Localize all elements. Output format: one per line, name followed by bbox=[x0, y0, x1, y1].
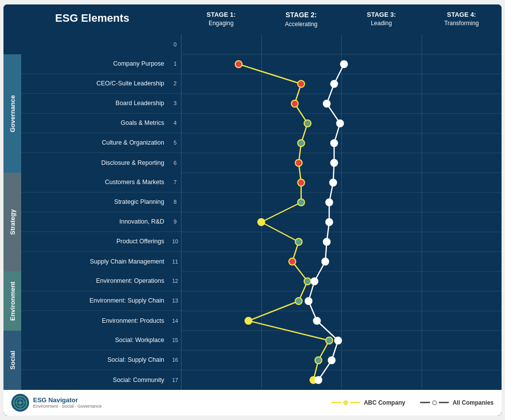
row-16: Social: Supply Chain 16 bbox=[21, 350, 181, 370]
all-dot-2 bbox=[331, 80, 338, 87]
environment-rows: Environment: Operations 12 Environment: … bbox=[21, 271, 181, 331]
all-dot-5 bbox=[331, 140, 338, 147]
abc-dot-11 bbox=[289, 258, 296, 265]
logo-title: ESG Navigator bbox=[33, 396, 102, 404]
logo-text-area: ESG Navigator Environment · Social · Gov… bbox=[33, 396, 102, 409]
chart-container: ESG Elements STAGE 1: Engaging STAGE 2: … bbox=[3, 4, 502, 415]
governance-block: Governance Company Purpose 1 CEO/C-Suite… bbox=[3, 54, 181, 173]
logo-icon bbox=[11, 394, 29, 412]
abc-dot-16 bbox=[315, 357, 322, 364]
esg-title: ESG Elements bbox=[55, 12, 129, 25]
governance-rows: Company Purpose 1 CEO/C-Suite Leadership… bbox=[21, 54, 181, 173]
abc-dot-13 bbox=[295, 298, 302, 305]
abc-dot-8 bbox=[298, 199, 305, 206]
row-15: Social: Workplace 15 bbox=[21, 331, 181, 350]
row-2: CEO/C-Suite Leadership 2 bbox=[21, 74, 181, 94]
all-dot-13 bbox=[305, 298, 312, 305]
all-dot-1 bbox=[341, 61, 348, 68]
stage-3-header: STAGE 3: Leading bbox=[341, 10, 422, 28]
row-8: Strategic Planning 8 bbox=[21, 192, 181, 212]
all-dot-15 bbox=[335, 337, 342, 344]
strategy-block: Strategy Customers & Markets 7 Strategic… bbox=[3, 173, 181, 271]
abc-dot-9 bbox=[258, 219, 265, 226]
all-dot-17 bbox=[315, 377, 322, 383]
stage-1-header: STAGE 1: Engaging bbox=[181, 10, 261, 28]
all-dot-16 bbox=[328, 357, 335, 364]
all-dot-11 bbox=[322, 258, 329, 265]
row-9: Innovation, R&D 9 bbox=[21, 212, 181, 232]
abc-dot-14 bbox=[245, 317, 252, 324]
row-11: Supply Chain Management 11 bbox=[21, 252, 181, 271]
abc-dot-7 bbox=[298, 179, 305, 186]
abc-dot-4 bbox=[304, 120, 311, 127]
abc-dot-15 bbox=[326, 337, 333, 344]
abc-dot-5 bbox=[298, 140, 305, 147]
social-label: Social bbox=[3, 331, 21, 390]
governance-label: Governance bbox=[3, 54, 21, 173]
main-content: 0 Governance Company Purpose 1 CEO/C-Sui… bbox=[3, 35, 502, 390]
row-3: Board Leadership 3 bbox=[21, 94, 181, 114]
legend: ABC Company All Companies bbox=[331, 399, 494, 406]
row-17: Social: Community 17 bbox=[21, 370, 181, 390]
all-dot-3 bbox=[324, 100, 330, 107]
row-10: Product Offerings 10 bbox=[21, 232, 181, 252]
all-dot-12 bbox=[311, 278, 318, 285]
abc-dot-10 bbox=[295, 238, 302, 245]
abc-dot-12 bbox=[304, 278, 311, 285]
abc-dot-6 bbox=[295, 159, 302, 166]
all-dot-6 bbox=[331, 159, 338, 166]
logo-area: ESG Navigator Environment · Social · Gov… bbox=[11, 394, 102, 412]
legend-abc: ABC Company bbox=[331, 399, 405, 406]
abc-company-line bbox=[239, 64, 329, 380]
row-7: Customers & Markets 7 bbox=[21, 173, 181, 192]
all-dot-8 bbox=[326, 199, 333, 206]
all-dot-7 bbox=[330, 179, 337, 186]
left-labels: 0 Governance Company Purpose 1 CEO/C-Sui… bbox=[3, 35, 181, 390]
abc-dot-3 bbox=[291, 100, 298, 107]
strategy-label: Strategy bbox=[3, 173, 21, 271]
legend-all: All Companies bbox=[420, 399, 494, 406]
social-rows: Social: Workplace 15 Social: Supply Chai… bbox=[21, 331, 181, 390]
row-6: Disclosure & Reporting 6 bbox=[21, 153, 181, 173]
all-dot-9 bbox=[326, 219, 333, 226]
footer: ESG Navigator Environment · Social · Gov… bbox=[3, 390, 502, 416]
all-dot-4 bbox=[337, 120, 344, 127]
stage-2-header: STAGE 2: Accelerating bbox=[261, 10, 342, 28]
row-4: Goals & Metrics 4 bbox=[21, 114, 181, 133]
all-dot-10 bbox=[324, 238, 330, 245]
strategy-rows: Customers & Markets 7 Strategic Planning… bbox=[21, 173, 181, 271]
stage-4-header: STAGE 4: Transforming bbox=[422, 10, 502, 28]
row-13: Environment: Supply Chain 13 bbox=[21, 291, 181, 311]
social-block: Social Social: Workplace 15 Social: Supp… bbox=[3, 331, 181, 390]
all-dot-14 bbox=[314, 317, 321, 324]
row-1: Company Purpose 1 bbox=[21, 54, 181, 74]
logo-subtitle: Environment · Social · Governance bbox=[33, 404, 102, 409]
abc-dot-2 bbox=[298, 80, 305, 87]
chart-area bbox=[181, 35, 502, 390]
row-14: Environment: Products 14 bbox=[21, 311, 181, 331]
chart-svg bbox=[181, 35, 502, 390]
row-5: Culture & Organization 5 bbox=[21, 133, 181, 153]
environment-block: Environment Environment: Operations 12 E… bbox=[3, 271, 181, 331]
abc-dot-1 bbox=[235, 61, 242, 68]
environment-label: Environment bbox=[3, 271, 21, 331]
row-12: Environment: Operations 12 bbox=[21, 271, 181, 291]
